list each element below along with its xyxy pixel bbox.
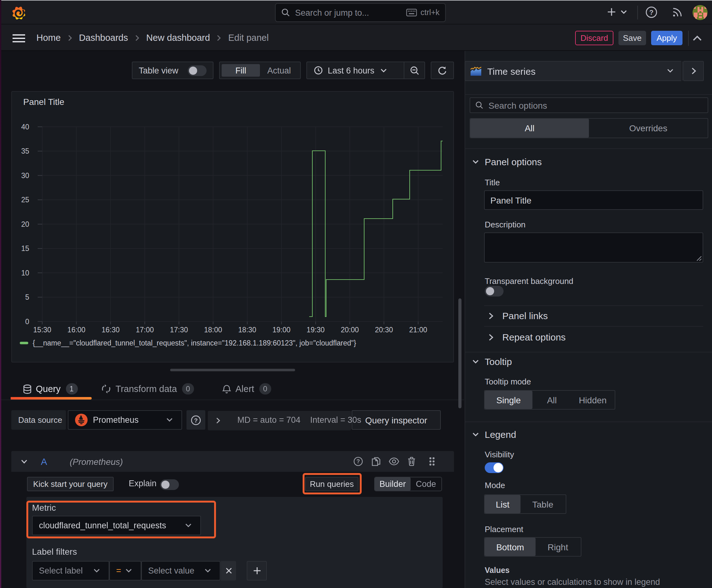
svg-text:?: ? xyxy=(194,417,198,423)
svg-text:19:30: 19:30 xyxy=(307,326,325,334)
svg-text:16:30: 16:30 xyxy=(102,326,120,334)
svg-text:20:30: 20:30 xyxy=(375,326,393,334)
svg-text:17:00: 17:00 xyxy=(136,326,154,334)
svg-text:15:30: 15:30 xyxy=(33,326,51,334)
svg-text:18:30: 18:30 xyxy=(238,326,257,334)
svg-text:{__name__="cloudflared_tunnel_: {__name__="cloudflared_tunnel_total_requ… xyxy=(33,339,356,347)
svg-text:16:00: 16:00 xyxy=(67,326,86,334)
svg-text:19:00: 19:00 xyxy=(273,326,291,334)
svg-text:15: 15 xyxy=(21,244,29,253)
svg-text:18:00: 18:00 xyxy=(204,326,222,334)
svg-text:20: 20 xyxy=(21,220,29,228)
svg-text:25: 25 xyxy=(21,196,29,204)
svg-text:0: 0 xyxy=(25,318,29,326)
svg-text:10: 10 xyxy=(21,269,29,277)
svg-text:17:30: 17:30 xyxy=(170,326,188,334)
svg-text:21:00: 21:00 xyxy=(409,326,427,334)
svg-text:30: 30 xyxy=(21,171,29,180)
svg-text:40: 40 xyxy=(21,123,29,131)
svg-text:20:00: 20:00 xyxy=(341,326,359,334)
svg-text:?: ? xyxy=(357,458,360,465)
svg-text:5: 5 xyxy=(25,293,29,301)
svg-text:Panel Title: Panel Title xyxy=(23,97,64,107)
svg-text:35: 35 xyxy=(21,147,29,155)
svg-text:?: ? xyxy=(649,8,653,16)
